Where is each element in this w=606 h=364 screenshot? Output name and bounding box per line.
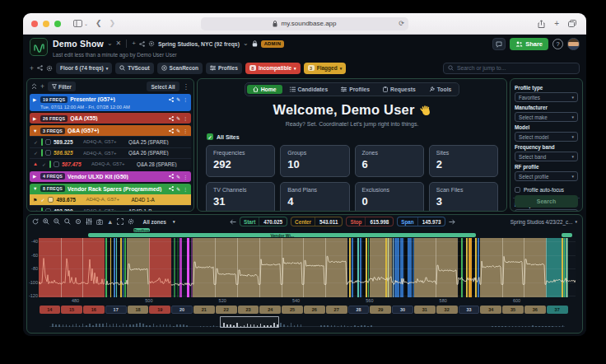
back-icon[interactable]: ❮ [96, 20, 102, 27]
close-show-icon[interactable]: ✕ [116, 40, 122, 47]
tv-channel-cell[interactable]: 23 [238, 306, 259, 314]
floor-gear-icon[interactable] [46, 65, 53, 72]
group-header[interactable]: ▼ 3 FREQS Q&A (G57+) ✎⋮ [30, 125, 191, 136]
floor-selector[interactable]: Floor 6 (74 freqs)▾ [56, 63, 112, 74]
tv-channel-cell[interactable]: 30 [392, 306, 413, 314]
group-header[interactable]: ▶ 19 FREQS Presenter (G57+) ✎⋮ [30, 94, 191, 105]
tv-channel-cell[interactable]: 37 [547, 306, 568, 314]
group-header[interactable]: ▶ 4 FREQS Vendor ULXD Kit (G50) ✎⋮ [30, 171, 191, 182]
show-chevron-icon[interactable]: ⌄ [107, 40, 113, 47]
edit-icon[interactable]: ✎ [176, 186, 180, 192]
add-icon[interactable]: + [132, 40, 136, 47]
share-floor-icon[interactable] [37, 65, 43, 71]
chevron-down-icon[interactable]: ▼ [33, 186, 38, 191]
frequency-row[interactable]: ✓ 586.925 AD4Q-A, G57+ Q&A 26 (SPARE) [30, 147, 191, 159]
marker-icon[interactable]: ▲ [107, 218, 113, 226]
tab-tools[interactable]: Tools [423, 85, 458, 94]
tv-channel-cell[interactable]: 16 [83, 306, 105, 314]
camera-icon[interactable] [96, 219, 103, 225]
zone-bar[interactable] [562, 233, 572, 237]
tab-requests[interactable]: Requests [377, 85, 422, 94]
frequency-row[interactable]: ✓ 589.225 AD4Q-A, G57+ Q&A 25 (SPARE) [30, 136, 191, 147]
settings-gear-icon[interactable] [148, 40, 155, 47]
add-group-icon[interactable]: + [40, 82, 44, 91]
zoom-in-icon[interactable] [43, 218, 49, 225]
group-header[interactable]: ▶ 26 FREQS Q&A (X55) ✎⋮ [30, 113, 191, 124]
band-plan-select[interactable]: ▾ [515, 209, 578, 212]
center-freq-chip[interactable]: Center543.011 [291, 217, 343, 226]
kebab-icon[interactable]: ⋮ [183, 186, 188, 192]
tv-channel-cell[interactable]: 28 [348, 306, 370, 314]
share-button[interactable]: Share [510, 38, 548, 50]
zone-bar[interactable]: Vendor Wi... [88, 233, 476, 237]
tv-channel-cell[interactable]: 22 [216, 306, 237, 314]
target-icon[interactable] [75, 218, 82, 225]
site-selector[interactable]: Spring Studios, NYC (92 freqs) [158, 41, 240, 47]
row-checkbox[interactable] [45, 150, 51, 156]
search-icon[interactable] [64, 218, 71, 225]
frequency-row[interactable]: ✓ 493.200 AD4Q-A, G57+ AD4D 1-B [30, 205, 191, 212]
tvscout-button[interactable]: TVScout [115, 63, 153, 74]
share-nodes-icon[interactable] [139, 41, 145, 47]
share-nodes-icon[interactable] [169, 116, 174, 121]
edit-icon[interactable]: ✎ [176, 128, 180, 133]
kebab-icon[interactable]: ⋮ [183, 96, 188, 102]
fullscreen-icon[interactable] [117, 218, 124, 225]
tv-channel-cell[interactable]: 32 [436, 306, 458, 314]
scan-file-select[interactable]: Spring Studios 4/23/22_c...▾ [510, 219, 577, 225]
share-nodes-icon[interactable] [169, 97, 174, 102]
minimize-traffic-light[interactable] [43, 21, 49, 27]
tv-channel-cell[interactable]: 18 [128, 306, 149, 314]
close-traffic-light[interactable] [31, 21, 38, 27]
maximize-traffic-light[interactable] [54, 21, 61, 27]
profiles-button[interactable]: Profiles [206, 63, 242, 74]
kebab-icon[interactable]: ⋮ [183, 115, 188, 121]
new-tab-icon[interactable]: + [554, 19, 559, 28]
stop-freq-chip[interactable]: Stop615.998 [346, 217, 394, 226]
edit-icon[interactable]: ✎ [176, 96, 180, 102]
tv-channel-cell[interactable]: 36 [524, 306, 546, 314]
spectrum-gear-icon[interactable] [128, 218, 134, 225]
profile-search-button[interactable]: Search [515, 195, 578, 208]
flagged-button[interactable]: 3Flagged▾ [304, 63, 347, 74]
stat-card[interactable]: Zones6 [355, 145, 424, 177]
row-checkbox[interactable] [54, 161, 59, 167]
share-nodes-icon[interactable] [169, 186, 174, 191]
tv-channel-cell[interactable]: 33 [459, 306, 480, 314]
frequency-row[interactable]: ▲ ✓ 587.475 AD4Q-A, G57+ Q&A 28 (SPARE) [30, 158, 191, 170]
pan-right-icon[interactable] [449, 219, 455, 225]
tv-channel-cell[interactable]: 29 [370, 306, 391, 314]
site-chevron-icon[interactable]: ⌄ [243, 40, 249, 47]
tv-channel-cell[interactable]: 26 [304, 306, 325, 314]
stat-card[interactable]: Band Plans4 [280, 182, 349, 212]
tv-channel-cell[interactable]: 27 [326, 306, 347, 314]
filter-button[interactable]: Filter [48, 82, 76, 91]
field-select[interactable]: Select model▾ [515, 132, 578, 142]
group-header[interactable]: ▼ 8 FREQS Vendor Rack Spares (Programmed… [30, 184, 191, 194]
chevron-right-icon[interactable]: ▶ [33, 97, 38, 102]
kebab-icon[interactable]: ⋮ [183, 174, 188, 180]
stat-card[interactable]: Scan Files3 [429, 182, 498, 212]
tv-channel-cell[interactable]: 17 [105, 306, 127, 314]
edit-icon[interactable]: ✎ [176, 115, 180, 121]
stat-card[interactable]: Groups10 [280, 145, 349, 177]
share-page-icon[interactable] [538, 20, 545, 28]
chevron-right-icon[interactable]: ▶ [33, 174, 38, 179]
chevron-right-icon[interactable]: ▶ [33, 116, 38, 121]
start-freq-chip[interactable]: Start470.025 [240, 217, 287, 226]
field-select[interactable]: Select make▾ [515, 112, 578, 122]
all-sites-checkbox[interactable]: ✓All Sites [207, 133, 506, 140]
kebab-icon[interactable]: ⋮ [183, 128, 188, 133]
spectrum-chart[interactable]: -40-60-80-100-120 [39, 238, 576, 297]
url-bar[interactable]: my.soundbase.app ⟳ [201, 17, 408, 30]
avatar[interactable] [567, 38, 580, 50]
sliders-icon[interactable] [86, 218, 92, 225]
row-checkbox[interactable] [45, 208, 51, 212]
field-select[interactable]: Select band▾ [515, 152, 578, 161]
scanrecon-button[interactable]: ScanRecon [157, 63, 203, 74]
field-select[interactable]: Select profile▾ [515, 171, 578, 181]
tv-channel-cell[interactable]: 14 [40, 306, 61, 314]
share-nodes-icon[interactable] [169, 174, 174, 179]
tv-channel-cell[interactable]: 19 [149, 306, 170, 314]
minimap-viewport[interactable] [220, 316, 279, 328]
